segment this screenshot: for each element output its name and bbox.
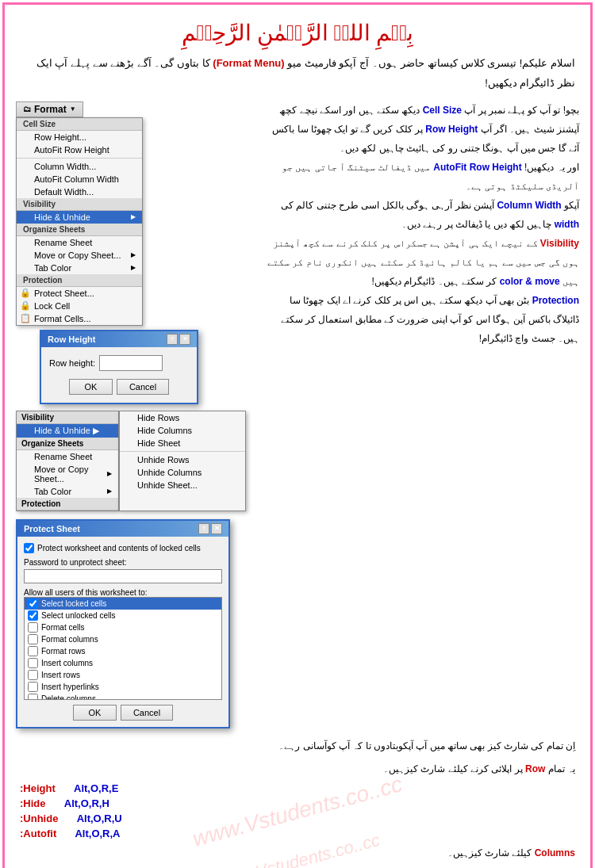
row-shortcut-intro: یہ تمام Row پر اپلائی کرنے کیلئے شارٹ کی… <box>8 759 587 778</box>
shortcut-hide-row: Alt,O,R,H Hide: <box>20 797 575 809</box>
hide-rows[interactable]: Hide Rows <box>120 411 245 424</box>
cb-format-columns[interactable] <box>28 634 38 644</box>
vis-tab-color[interactable]: Tab Color <box>17 485 118 498</box>
visibility-menu: Visibility Hide & Unhide ▶ Organize Shee… <box>16 411 119 511</box>
cb-select-unlocked[interactable] <box>28 610 38 621</box>
protect-cancel-btn[interactable]: Cancel <box>121 705 173 721</box>
cb-insert-rows[interactable] <box>28 670 38 680</box>
row-height-dialog: Row Height ? ✕ Row height: OK Cancel <box>40 330 198 404</box>
password-input[interactable] <box>24 569 222 583</box>
shortcut-autofit-row-keys: Alt,O,R,A <box>75 828 120 839</box>
cb-select-locked[interactable] <box>28 598 38 609</box>
protect-icon: 🔒 <box>20 288 31 299</box>
format-menu-button[interactable]: 🗂 Format ▼ <box>16 101 83 117</box>
menu-move-copy[interactable]: Move or Copy Sheet... <box>17 249 142 262</box>
protect-main-checkbox[interactable] <box>24 543 34 553</box>
format-menu-highlight: (Format Menu) <box>213 57 284 69</box>
urdu-protection: Protection بٹن بھی آپ دیکھ سکتے ہیں اس پ… <box>266 291 579 348</box>
vis-organize-header: Organize Sheets <box>17 438 118 450</box>
menu-default-width[interactable]: Default Width... <box>17 185 142 198</box>
shortcut-hide-row-keys: Alt,O,R,H <box>64 797 109 809</box>
list-item-format-columns[interactable]: Format columns <box>25 633 221 645</box>
menu-autofit-row[interactable]: AutoFit Row Height <box>17 143 142 156</box>
protect-main-checkbox-row: Protect worksheet and contents of locked… <box>24 543 222 553</box>
vis-rename[interactable]: Rename Sheet <box>17 450 118 463</box>
cb-delete-columns[interactable] <box>28 694 38 700</box>
shortcut-unhide-row-label: Unhide: <box>20 813 58 824</box>
format-dropdown: Cell Size Row Height... AutoFit Row Heig… <box>16 117 143 326</box>
dialog-close-btn[interactable]: ✕ <box>179 334 190 345</box>
urdu-column: آپکو Column Width آپشن نظر آرہی ہوگی بال… <box>266 196 579 234</box>
protect-title: Protect Sheet <box>24 524 80 533</box>
row-height-cancel[interactable]: Cancel <box>117 379 169 395</box>
shortcut-hide-row-sep <box>52 797 58 809</box>
row-height-title: Row Height <box>48 335 96 344</box>
list-item-insert-columns[interactable]: Insert columns <box>25 657 221 669</box>
protect-content: Protect worksheet and contents of locked… <box>17 537 228 727</box>
shortcut-autofit-row: Alt,O,R,A Autofit: <box>20 828 575 839</box>
sep-hide <box>120 451 245 452</box>
list-item-insert-rows[interactable]: Insert rows <box>25 669 221 681</box>
vis-hide-unhide[interactable]: Hide & Unhide ▶ <box>17 424 118 438</box>
unhide-columns[interactable]: Unhide Columns <box>120 466 245 479</box>
menu-column-width[interactable]: Column Width... <box>17 160 142 173</box>
urdu-visibility: Visibility کے نیچے ایک ہی آپشن ہے جسکراس… <box>266 234 579 291</box>
row-height-buttons: OK Cancel <box>49 379 189 395</box>
intro-line1: اسلام علیکم! تیسری کلاس کیساتھ حاضر ہوں۔… <box>287 57 575 69</box>
protect-ok-btn[interactable]: OK <box>73 705 117 721</box>
cb-format-rows[interactable] <box>28 646 38 656</box>
protect-list: Select locked cells Select unlocked cell… <box>24 597 222 700</box>
unhide-rows[interactable]: Unhide Rows <box>120 453 245 466</box>
protect-help-btn[interactable]: ? <box>198 523 209 534</box>
menu-protect-sheet[interactable]: 🔒 Protect Sheet... <box>17 287 142 300</box>
hide-columns[interactable]: Hide Columns <box>120 424 245 437</box>
col-shortcut-intro: Columns کیلئے شارٹ کیزہیں۔ <box>8 843 587 862</box>
row-height-label: Row height: <box>49 358 95 368</box>
menu-tab-color[interactable]: Tab Color <box>17 262 142 274</box>
shortcut-unhide-row: Alt,O,R,U Unhide: <box>20 813 575 824</box>
protection-header: Protection <box>17 274 142 287</box>
vis-header: Visibility <box>17 411 118 424</box>
unhide-sheet[interactable]: Unhide Sheet... <box>120 479 245 491</box>
row-height-field: Row height: <box>49 355 189 371</box>
list-item-select-locked[interactable]: Select locked cells <box>25 598 221 610</box>
list-item-delete-columns[interactable]: Delete columns <box>25 693 221 700</box>
dialog-help-btn[interactable]: ? <box>167 334 178 345</box>
shortcut-height-sep <box>62 782 67 794</box>
row-height-input[interactable] <box>99 355 163 371</box>
menu-autofit-col[interactable]: AutoFit Column Width <box>17 173 142 185</box>
list-item-insert-hyperlinks[interactable]: Insert hyperlinks <box>25 681 221 693</box>
cb-insert-columns[interactable] <box>28 658 38 668</box>
menu-row-height[interactable]: Row Height... <box>17 131 142 143</box>
row-shortcuts-section: Alt,O,R,E Height: Alt,O,R,H Hide: Alt,O,… <box>8 782 587 839</box>
menu-rename-sheet[interactable]: Rename Sheet <box>17 236 142 249</box>
lock-icon: 🔒 <box>20 300 31 312</box>
list-item-select-unlocked[interactable]: Select unlocked cells <box>25 610 221 621</box>
cb-format-cells[interactable] <box>28 622 38 633</box>
format-menu-bar-wrapper: 🗂 Format ▼ <box>16 101 262 117</box>
chart-keys-intro: اِن تمام کی شارٹ کیز بھی ساتھ میں آپ آپک… <box>8 736 587 755</box>
urdu-cell-size: بچو! تو آپ کو پہلے نمبر پر آپ Cell Size … <box>266 101 579 158</box>
format-icon: 🗂 <box>23 105 31 113</box>
vis-move-copy[interactable]: Move or Copy Sheet... <box>17 463 118 485</box>
organize-header: Organize Sheets <box>17 224 142 236</box>
vis-protection-header: Protection <box>17 498 118 510</box>
intro-text: اسلام علیکم! تیسری کلاس کیساتھ حاضر ہوں۔… <box>8 54 587 97</box>
dialog-controls: ? ✕ <box>167 334 190 345</box>
left-panel: 🗂 Format ▼ Cell Size Row Height... AutoF… <box>16 101 262 728</box>
menu-hide-unhide[interactable]: Hide & Unhide <box>17 211 142 224</box>
protect-controls: ? ✕ <box>198 523 222 534</box>
hide-sheet[interactable]: Hide Sheet <box>120 437 245 449</box>
list-item-format-cells[interactable]: Format cells <box>25 621 221 633</box>
menu-format-cells[interactable]: 📋 Format Cells... <box>17 312 142 325</box>
protect-main-label: Protect worksheet and contents of locked… <box>37 544 201 553</box>
format-label: Format <box>34 104 67 115</box>
shortcut-hide-row-label: Hide: <box>20 797 46 809</box>
protect-close-btn[interactable]: ✕ <box>211 523 222 534</box>
shortcut-autofit-row-sep <box>63 828 68 839</box>
menu-lock-cell[interactable]: 🔒 Lock Cell <box>17 300 142 312</box>
allow-label: Allow all users of this worksheet to: <box>24 588 222 597</box>
cb-insert-hyperlinks[interactable] <box>28 682 38 692</box>
row-height-ok[interactable]: OK <box>69 379 113 395</box>
list-item-format-rows[interactable]: Format rows <box>25 645 221 657</box>
